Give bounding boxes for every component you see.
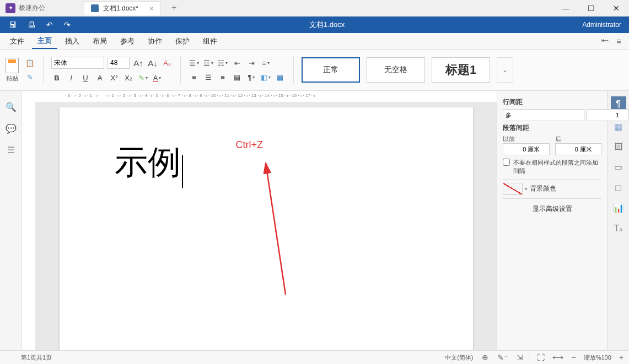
styles-expand-button[interactable]: ⌄ bbox=[497, 57, 513, 83]
redo-icon[interactable]: ↷ bbox=[64, 20, 71, 29]
annotation-text: Ctrl+Z bbox=[236, 139, 264, 151]
doc-icon bbox=[91, 4, 99, 12]
change-case-icon[interactable]: Aₐ bbox=[162, 57, 173, 68]
paste-icon[interactable] bbox=[6, 58, 19, 73]
style-heading1[interactable]: 标题1 bbox=[432, 57, 490, 83]
vertical-ruler[interactable] bbox=[22, 102, 35, 350]
multilevel-list-button[interactable]: ☵ bbox=[217, 57, 228, 68]
bullets-button[interactable]: ☰ bbox=[189, 57, 200, 68]
language-label[interactable]: 中文(简体) bbox=[445, 354, 473, 362]
save-icon[interactable]: 🖫 bbox=[9, 20, 17, 29]
more-menu-icon[interactable]: ≡ bbox=[616, 36, 621, 46]
header-panel-icon[interactable]: ▭ bbox=[614, 162, 622, 172]
svg-line-0 bbox=[266, 167, 286, 295]
minimize-button[interactable]: — bbox=[553, 0, 578, 17]
user-label[interactable]: Administrator bbox=[574, 21, 629, 29]
subscript-button[interactable]: X₂ bbox=[123, 72, 134, 83]
bold-button[interactable]: B bbox=[51, 72, 62, 83]
align-right-button[interactable]: ≡ bbox=[217, 72, 228, 83]
shape-panel-icon[interactable]: ◻ bbox=[615, 182, 622, 193]
fit-width-icon[interactable]: ⟷ bbox=[552, 353, 563, 362]
workspace: 🔍 💬 ☰ · 3 · ı · 2 · ı · 1 · ı · · ı · 1 … bbox=[0, 91, 629, 350]
shading-button[interactable]: ◧ bbox=[260, 72, 271, 83]
increase-indent-button[interactable]: ⇥ bbox=[246, 57, 257, 68]
undo-icon[interactable]: ↶ bbox=[46, 20, 53, 29]
close-window-button[interactable]: ✕ bbox=[604, 0, 629, 17]
line-spacing-value-input[interactable] bbox=[587, 109, 628, 121]
separator bbox=[293, 56, 294, 84]
justify-button[interactable]: ▤ bbox=[232, 72, 243, 83]
app-brand: ✦ 极速办公 bbox=[0, 0, 51, 16]
open-file-icon[interactable]: ⭰ bbox=[600, 36, 609, 46]
textart-panel-icon[interactable]: Tₐ bbox=[614, 223, 623, 233]
superscript-button[interactable]: X² bbox=[109, 72, 120, 83]
line-spacing-button[interactable]: ≡ bbox=[260, 57, 271, 68]
numbering-button[interactable]: ☲ bbox=[203, 57, 214, 68]
add-tab-button[interactable]: + bbox=[168, 1, 181, 14]
show-advanced-link[interactable]: 显示高级设置 bbox=[503, 204, 601, 214]
chart-panel-icon[interactable]: 📊 bbox=[613, 203, 624, 213]
tab-label: 文档1.docx* bbox=[103, 4, 138, 13]
style-normal[interactable]: 正常 bbox=[302, 57, 360, 83]
styles-group: 正常 无空格 标题1 ⌄ bbox=[302, 57, 513, 83]
close-tab-icon[interactable]: × bbox=[149, 4, 154, 13]
no-spacing-checkbox[interactable] bbox=[503, 159, 510, 166]
decrease-font-icon[interactable]: A↓ bbox=[147, 57, 158, 68]
paragraph-panel: 行间距 段落间距 以前 后 不要在相同样式的段落之间添加间隔 ▾ 背景颜色 显示… bbox=[497, 91, 607, 350]
tab-protect[interactable]: 保护 bbox=[170, 34, 195, 48]
font-name-select[interactable] bbox=[51, 57, 104, 69]
tab-layout[interactable]: 布局 bbox=[87, 34, 112, 48]
tab-reference[interactable]: 参考 bbox=[115, 34, 140, 48]
outline-icon[interactable]: ☰ bbox=[7, 145, 15, 155]
italic-button[interactable]: I bbox=[66, 72, 77, 83]
image-panel-icon[interactable]: 🖼 bbox=[614, 142, 623, 152]
bg-color-swatch[interactable] bbox=[503, 183, 523, 195]
format-painter-icon[interactable]: ✎ bbox=[24, 72, 35, 83]
tab-home[interactable]: 主页 bbox=[32, 34, 57, 49]
zoom-in-button[interactable]: + bbox=[619, 353, 623, 362]
app-name: 极速办公 bbox=[19, 3, 45, 13]
quick-actions: 🖫 🖶 ↶ ↷ bbox=[0, 20, 79, 29]
style-nospacing[interactable]: 无空格 bbox=[367, 57, 425, 83]
increase-font-icon[interactable]: A↑ bbox=[133, 57, 144, 68]
find-icon[interactable]: 🔍 bbox=[6, 102, 17, 112]
spacing-before-input[interactable] bbox=[503, 143, 550, 155]
scroll-sync-icon[interactable]: ⇲ bbox=[517, 353, 523, 362]
tab-insert[interactable]: 插入 bbox=[60, 34, 85, 48]
page-info[interactable]: 第1页共1页 bbox=[6, 354, 52, 362]
zoom-label[interactable]: 缩放%100 bbox=[584, 354, 611, 362]
font-size-select[interactable] bbox=[107, 57, 130, 69]
maximize-button[interactable]: ☐ bbox=[578, 0, 604, 17]
decrease-indent-button[interactable]: ⇤ bbox=[232, 57, 243, 68]
track-changes-icon[interactable]: ✎⁻ bbox=[497, 353, 508, 362]
print-icon[interactable]: 🖶 bbox=[28, 20, 35, 29]
comments-icon[interactable]: 💬 bbox=[6, 123, 17, 134]
fit-page-icon[interactable]: ⛶ bbox=[537, 353, 545, 362]
ribbon: 粘贴 📋 ✎ A↑ A↓ Aₐ B I U A X² X₂ ✎ A ☰ ☲ ☵ bbox=[0, 50, 629, 91]
highlight-color-button[interactable]: ✎ bbox=[137, 72, 148, 83]
document-tab[interactable]: 文档1.docx* × bbox=[84, 1, 161, 15]
font-color-button[interactable]: A bbox=[152, 72, 163, 83]
horizontal-ruler[interactable]: · 3 · ı · 2 · ı · 1 · ı · · ı · 1 · ı · … bbox=[22, 91, 497, 102]
page[interactable]: 示例 Ctrl+Z bbox=[60, 107, 473, 350]
spacing-after-input[interactable] bbox=[555, 143, 602, 155]
tab-component[interactable]: 组件 bbox=[197, 34, 223, 48]
document-scroll[interactable]: 示例 Ctrl+Z bbox=[22, 102, 497, 350]
zoom-out-button[interactable]: − bbox=[571, 353, 576, 362]
document-text[interactable]: 示例 bbox=[115, 144, 181, 181]
table-panel-icon[interactable]: ▦ bbox=[614, 122, 622, 132]
paragraph-mark-button[interactable]: ¶ bbox=[246, 72, 257, 83]
spellcheck-icon[interactable]: ⊕ bbox=[482, 353, 488, 362]
tab-strip: 文档1.docx* × + bbox=[84, 1, 181, 15]
align-center-button[interactable]: ☰ bbox=[203, 72, 214, 83]
strikethrough-button[interactable]: A bbox=[94, 72, 105, 83]
line-spacing-mode-select[interactable] bbox=[503, 109, 584, 121]
copy-icon[interactable]: 📋 bbox=[24, 57, 35, 68]
borders-button[interactable]: ▦ bbox=[275, 72, 286, 83]
tab-collab[interactable]: 协作 bbox=[142, 34, 168, 48]
align-left-button[interactable]: ≡ bbox=[189, 72, 200, 83]
text-cursor bbox=[182, 155, 183, 188]
tab-file[interactable]: 文件 bbox=[4, 34, 30, 48]
underline-button[interactable]: U bbox=[80, 72, 91, 83]
quick-access-bar: 🖫 🖶 ↶ ↷ 文档1.docx Administrator bbox=[0, 17, 629, 33]
